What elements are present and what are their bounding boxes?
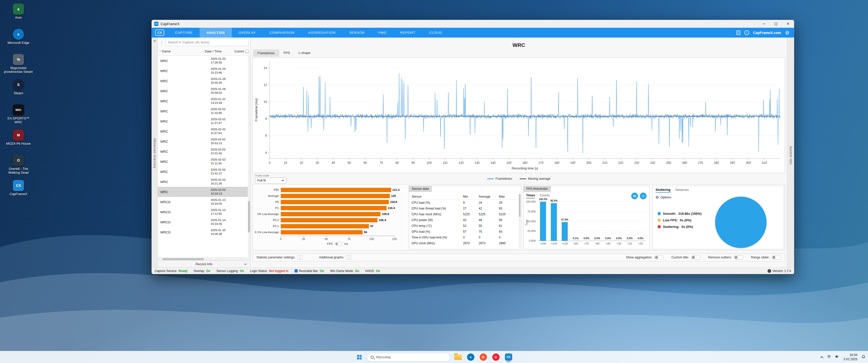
tab-frametimes[interactable]: Frametimes	[253, 50, 279, 57]
threshold-direction-button[interactable]: <	[640, 193, 647, 199]
list-item[interactable]: WRC2025-01-3114:23:44	[158, 96, 250, 106]
tab-variances[interactable]: Variances	[675, 188, 689, 193]
taskbar-app-brave[interactable]: B	[478, 352, 489, 363]
titlebar[interactable]: CX CapFrameX	[152, 20, 794, 28]
toggle-switch[interactable]	[691, 255, 701, 260]
list-item[interactable]: WRC2025-01-2820:40:26	[158, 76, 250, 86]
changelog-icon[interactable]	[737, 31, 740, 35]
list-header[interactable]: Game Date / Time Comment	[158, 47, 250, 56]
menu-item-capture[interactable]: CAPTURE	[168, 28, 199, 38]
fps-thresholds-chart[interactable]: 0.00%25.00%50.00%75.00%100.00%100.0%<240…	[538, 202, 646, 241]
frametime-chart[interactable]: 4681012140102030405060708090100110120130…	[253, 58, 785, 173]
desktop-icon[interactable]: aAcer	[3, 3, 33, 22]
menu-item-aggregation[interactable]: AGGREGATION	[301, 28, 342, 38]
desktop-icon[interactable]: CXCapFrameX	[3, 180, 33, 199]
chevron-down-icon[interactable]	[153, 39, 156, 42]
taskbar-app-opera[interactable]: O	[491, 352, 501, 363]
desktop-icon[interactable]: SSteam	[3, 79, 33, 98]
list-item[interactable]: WRC2025-01-2820:58:03	[158, 86, 250, 96]
taskbar-app-capframex[interactable]: CX	[503, 352, 514, 363]
menu-item-sensor[interactable]: SENSOR	[342, 28, 371, 38]
list-item[interactable]: WRC2025-02-0316:34:13	[158, 187, 250, 197]
relative-toggle-button[interactable]: %	[631, 193, 638, 199]
desktop-icon[interactable]: %Wyprzedaż przedmiotów Steam	[3, 54, 33, 73]
statistic-settings-menu[interactable]	[298, 255, 302, 260]
settings-gear-icon[interactable]	[785, 30, 789, 36]
list-menu-button[interactable]	[159, 40, 164, 45]
scrollbar-thumb[interactable]	[519, 194, 521, 217]
account-icon[interactable]	[744, 30, 749, 35]
scrollbar-thumb[interactable]	[248, 201, 250, 232]
menu-item-pmd[interactable]: PMD	[371, 28, 393, 38]
list-item[interactable]: WRCG2025-01-1016:24:05	[158, 197, 250, 207]
list-item[interactable]: WRCG2025-01-2016:36:38	[158, 227, 250, 237]
list-item[interactable]: WRC2025-02-0211:57:54	[158, 126, 250, 136]
vertical-scrollbar[interactable]	[248, 56, 250, 257]
fps-ms-toggle[interactable]	[335, 242, 342, 245]
yaxis-scale-select[interactable]: Full fit	[255, 177, 286, 184]
close-button[interactable]	[782, 20, 794, 28]
sort-asc-icon[interactable]	[202, 50, 204, 53]
start-button[interactable]	[354, 352, 364, 362]
percentile-track: 97	[281, 224, 394, 228]
desktop-icon[interactable]: eMicrosoft Edge	[3, 29, 33, 47]
menu-item-cloud[interactable]: CLOUD	[423, 28, 449, 38]
list-item[interactable]: WRCG2025-01-1317:12:55	[158, 207, 250, 217]
sort-asc-icon[interactable]	[159, 50, 161, 53]
network-icon[interactable]	[827, 355, 831, 360]
scrollbar-thumb[interactable]	[162, 258, 204, 260]
fps-percentile-chart[interactable]: P95121.3Average120P5118.8P1116.41% Low A…	[253, 186, 406, 249]
filter-icon[interactable]	[245, 50, 249, 53]
taskbar-search[interactable]: Wyszukaj	[367, 353, 450, 362]
menu-item-overlay[interactable]: OVERLAY	[232, 28, 263, 38]
unit-ms-label: ms	[344, 242, 348, 245]
list-item[interactable]: WRC2025-01-2017:36:55	[158, 56, 250, 66]
taskbar-app-edge[interactable]: e	[465, 352, 476, 363]
thresholds-tab-times[interactable]: Times	[526, 194, 535, 198]
search-input[interactable]	[165, 39, 249, 46]
list-item[interactable]: WRC2025-02-0211:27:47	[158, 116, 250, 126]
desktop-icon-image: a	[13, 3, 24, 14]
tab-stuttering[interactable]: Stuttering	[655, 188, 671, 193]
maximize-button[interactable]	[770, 20, 782, 28]
taskbar-app-file-explorer[interactable]	[453, 352, 463, 363]
list-item[interactable]: WRC2025-02-0221:11:55	[158, 157, 250, 167]
taskbar-clock[interactable]: 16:34 3.02.2025	[843, 353, 858, 361]
list-item[interactable]: WRCG2025-01-1415:33:36	[158, 217, 250, 227]
capframex-com-link[interactable]: CapFrameX.com	[753, 31, 781, 35]
observed-directory-strip[interactable]: Observed directory	[152, 38, 158, 267]
options-button[interactable]: Options	[655, 195, 672, 200]
toggle-switch[interactable]	[734, 255, 743, 260]
record-info-expander[interactable]: Record Info	[158, 260, 250, 267]
list-item[interactable]: WRC2025-01-2415:23:46	[158, 66, 250, 76]
list-item-datetime: 2025-01-1317:12:55	[211, 208, 244, 216]
minimize-button[interactable]	[758, 20, 770, 28]
column-game[interactable]: Game	[162, 50, 201, 53]
additional-graphs-menu[interactable]	[347, 255, 351, 260]
desktop-icon[interactable]: MMOZA Pit House	[3, 130, 33, 148]
column-comment[interactable]: Comment	[235, 50, 244, 53]
tab-fps[interactable]: FPS	[280, 50, 294, 57]
list-item[interactable]: WRC2025-02-0220:53:13	[158, 136, 250, 146]
fps-thresholds-tab[interactable]: FPS thresholds	[524, 186, 551, 192]
sensor-data-tab[interactable]: Sensor data	[409, 186, 432, 192]
sensor-scrollbar[interactable]	[519, 194, 521, 248]
desktop-icon[interactable]: WRCEA SPORTS™ WRC	[3, 104, 33, 123]
toggle-switch[interactable]	[654, 255, 664, 260]
toggle-switch[interactable]	[772, 255, 781, 260]
list-item[interactable]: WRC2025-02-0316:21:36	[158, 177, 250, 187]
tray-chevron-icon[interactable]	[820, 356, 823, 359]
notifications-icon[interactable]	[862, 355, 866, 360]
menu-item-comparison[interactable]: COMPARISON	[263, 28, 301, 38]
volume-icon[interactable]	[835, 355, 839, 360]
menu-item-analysis[interactable]: ANALYSIS	[199, 28, 231, 38]
list-item[interactable]: WRC2025-02-0211:24:48	[158, 106, 250, 116]
tab-l-shape[interactable]: L-shape	[294, 50, 314, 57]
column-datetime[interactable]: Date / Time	[205, 50, 233, 53]
menu-item-report[interactable]: REPORT	[393, 28, 423, 38]
desktop-icon[interactable]: OOverkill - The Walking Dead	[3, 155, 33, 173]
list-item[interactable]: WRC2025-02-0221:01:43	[158, 146, 250, 157]
horizontal-scrollbar[interactable]	[158, 257, 250, 260]
system-info-strip[interactable]: System Info	[787, 38, 794, 267]
list-item[interactable]: WRC2025-02-0221:41:27	[158, 167, 250, 177]
